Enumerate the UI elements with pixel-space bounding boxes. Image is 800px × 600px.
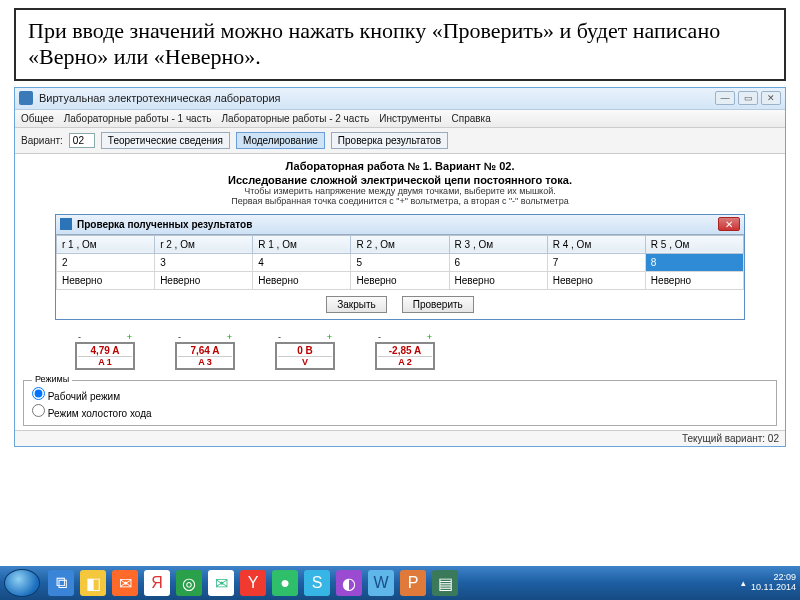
minus-terminal: - xyxy=(378,332,381,342)
minus-terminal: - xyxy=(178,332,181,342)
dialog-icon xyxy=(60,218,72,230)
modes-group: Режимы Рабочий режим Режим холостого ход… xyxy=(23,380,777,426)
lab-hint: Первая выбранная точка соединится с "+" … xyxy=(23,196,777,206)
taskbar-app-icon[interactable]: ✉ xyxy=(112,570,138,596)
cell-value[interactable]: 2 xyxy=(57,253,155,271)
col-header[interactable]: R 1 , Ом xyxy=(253,235,351,253)
menu-item[interactable]: Лабораторные работы - 1 часть xyxy=(64,113,212,124)
taskbar-app-icon[interactable]: Y xyxy=(240,570,266,596)
app-titlebar: Виртуальная электротехническая лаборатор… xyxy=(15,88,785,110)
meter-value: -2,85 A xyxy=(378,345,432,356)
taskbar-app-icon[interactable]: ◧ xyxy=(80,570,106,596)
meter-label: A 3 xyxy=(178,356,232,367)
plus-terminal: + xyxy=(227,332,232,342)
cell-status: Неверно xyxy=(449,271,547,289)
cell-status: Неверно xyxy=(645,271,743,289)
taskbar-app-icon[interactable]: ◐ xyxy=(336,570,362,596)
taskbar: ⧉◧✉Я◎✉Y●S◐WP▤ ▴ 22:09 10.11.2014 xyxy=(0,566,800,600)
meters-row: -+ 4,79 AA 1 -+ 7,64 AA 3 -+ 0 ВV -+ -2,… xyxy=(15,326,785,380)
col-header[interactable]: R 2 , Ом xyxy=(351,235,449,253)
taskbar-app-icon[interactable]: ▤ xyxy=(432,570,458,596)
cell-value-selected[interactable]: 8 xyxy=(645,253,743,271)
clock-date: 10.11.2014 xyxy=(751,583,796,593)
cell-status: Неверно xyxy=(155,271,253,289)
taskbar-app-icon[interactable]: ✉ xyxy=(208,570,234,596)
dialog-titlebar[interactable]: Проверка полученных результатов ✕ xyxy=(56,215,744,235)
menubar: Общее Лабораторные работы - 1 часть Лабо… xyxy=(15,110,785,128)
taskbar-app-icon[interactable]: ◎ xyxy=(176,570,202,596)
tab-results[interactable]: Проверка результатов xyxy=(331,132,448,149)
table-row: Неверно Неверно Неверно Неверно Неверно … xyxy=(57,271,744,289)
dialog-buttons: Закрыть Проверить xyxy=(56,290,744,319)
meter-label: A 1 xyxy=(78,356,132,367)
results-table: r 1 , Ом r 2 , Ом R 1 , Ом R 2 , Ом R 3 … xyxy=(56,235,744,290)
taskbar-app-icon[interactable]: Я xyxy=(144,570,170,596)
app-title: Виртуальная электротехническая лаборатор… xyxy=(39,92,715,104)
cell-value[interactable]: 4 xyxy=(253,253,351,271)
app-window: Виртуальная электротехническая лаборатор… xyxy=(14,87,786,447)
lab-hint: Чтобы измерить напряжение между двумя то… xyxy=(23,186,777,196)
tray-arrow-icon[interactable]: ▴ xyxy=(741,578,746,588)
meter-value: 0 В xyxy=(278,345,332,356)
maximize-button[interactable]: ▭ xyxy=(738,91,758,105)
close-button[interactable]: ✕ xyxy=(761,91,781,105)
minus-terminal: - xyxy=(78,332,81,342)
meter-label: V xyxy=(278,356,332,367)
lab-subtitle: Исследование сложной электрической цепи … xyxy=(23,174,777,186)
mode-option-working[interactable]: Рабочий режим xyxy=(32,387,768,402)
menu-item[interactable]: Лабораторные работы - 2 часть xyxy=(221,113,369,124)
dialog-title: Проверка полученных результатов xyxy=(77,219,718,230)
meter: -+ 4,79 AA 1 xyxy=(75,332,135,370)
dialog-close-button[interactable]: ✕ xyxy=(718,217,740,231)
cell-status: Неверно xyxy=(351,271,449,289)
check-button[interactable]: Проверить xyxy=(402,296,474,313)
worksheet-header: Лабораторная работа № 1. Вариант № 02. И… xyxy=(15,154,785,210)
minimize-button[interactable]: — xyxy=(715,91,735,105)
plus-terminal: + xyxy=(127,332,132,342)
variant-input[interactable]: 02 xyxy=(69,133,95,148)
col-header[interactable]: R 5 , Ом xyxy=(645,235,743,253)
cell-value[interactable]: 5 xyxy=(351,253,449,271)
plus-terminal: + xyxy=(427,332,432,342)
cell-status: Неверно xyxy=(547,271,645,289)
meter-label: A 2 xyxy=(378,356,432,367)
system-tray[interactable]: ▴ 22:09 10.11.2014 xyxy=(741,573,796,593)
tab-theory[interactable]: Теоретические сведения xyxy=(101,132,230,149)
meter: -+ -2,85 AA 2 xyxy=(375,332,435,370)
results-dialog: Проверка полученных результатов ✕ r 1 , … xyxy=(55,214,745,320)
taskbar-app-icon[interactable]: W xyxy=(368,570,394,596)
col-header[interactable]: r 2 , Ом xyxy=(155,235,253,253)
menu-item[interactable]: Справка xyxy=(452,113,491,124)
close-dialog-button[interactable]: Закрыть xyxy=(326,296,387,313)
table-row: 2 3 4 5 6 7 8 xyxy=(57,253,744,271)
taskbar-items: ⧉◧✉Я◎✉Y●S◐WP▤ xyxy=(48,570,458,596)
meter: -+ 0 ВV xyxy=(275,332,335,370)
col-header[interactable]: R 4 , Ом xyxy=(547,235,645,253)
start-button[interactable] xyxy=(4,569,40,597)
mode-option-idle[interactable]: Режим холостого хода xyxy=(32,404,768,419)
lab-title: Лабораторная работа № 1. Вариант № 02. xyxy=(23,160,777,172)
variant-label: Вариант: xyxy=(21,135,63,146)
taskbar-app-icon[interactable]: ⧉ xyxy=(48,570,74,596)
clock[interactable]: 22:09 10.11.2014 xyxy=(751,573,796,593)
cell-value[interactable]: 6 xyxy=(449,253,547,271)
taskbar-app-icon[interactable]: S xyxy=(304,570,330,596)
window-controls: — ▭ ✕ xyxy=(715,91,781,105)
app-icon xyxy=(19,91,33,105)
statusbar: Текущий вариант: 02 xyxy=(15,430,785,446)
menu-item[interactable]: Инструменты xyxy=(379,113,441,124)
cell-status: Неверно xyxy=(253,271,351,289)
plus-terminal: + xyxy=(327,332,332,342)
tab-modeling[interactable]: Моделирование xyxy=(236,132,325,149)
col-header[interactable]: R 3 , Ом xyxy=(449,235,547,253)
taskbar-app-icon[interactable]: P xyxy=(400,570,426,596)
meter: -+ 7,64 AA 3 xyxy=(175,332,235,370)
cell-value[interactable]: 7 xyxy=(547,253,645,271)
slide-caption: При вводе значений можно нажать кнопку «… xyxy=(14,8,786,81)
cell-value[interactable]: 3 xyxy=(155,253,253,271)
meter-value: 7,64 A xyxy=(178,345,232,356)
taskbar-app-icon[interactable]: ● xyxy=(272,570,298,596)
menu-item[interactable]: Общее xyxy=(21,113,54,124)
minus-terminal: - xyxy=(278,332,281,342)
col-header[interactable]: r 1 , Ом xyxy=(57,235,155,253)
